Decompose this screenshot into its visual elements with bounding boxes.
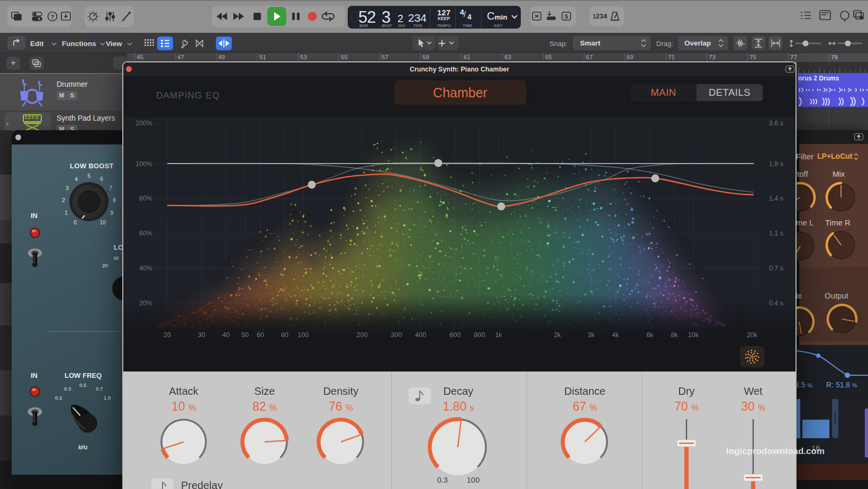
svg-text:80: 80 [281, 331, 288, 339]
svg-text:7: 7 [109, 185, 112, 191]
svg-text:9: 9 [110, 210, 113, 216]
svg-text:100%: 100% [135, 160, 152, 168]
svg-text:40: 40 [222, 331, 230, 339]
svg-text:60: 60 [257, 331, 264, 339]
svg-text:4: 4 [75, 176, 78, 182]
svg-text:3: 3 [66, 185, 69, 191]
svg-text:600: 600 [450, 331, 461, 339]
svg-text:3k: 3k [587, 331, 595, 339]
svg-text:2k: 2k [554, 331, 561, 339]
svg-text:60%: 60% [139, 230, 152, 237]
svg-text:3.6 s: 3.6 s [769, 120, 783, 127]
svg-text:30: 30 [198, 331, 205, 339]
svg-text:6: 6 [100, 176, 103, 182]
svg-text:20%: 20% [139, 300, 152, 307]
svg-text:20k: 20k [747, 331, 758, 339]
svg-text:6k: 6k [646, 331, 654, 339]
svg-text:100: 100 [298, 331, 309, 339]
svg-text:2: 2 [62, 197, 65, 203]
svg-text:8k: 8k [671, 331, 678, 339]
svg-text:S: S [564, 13, 568, 20]
svg-text:200: 200 [357, 331, 368, 339]
svg-text:40%: 40% [139, 265, 152, 272]
svg-text:5: 5 [87, 173, 91, 179]
svg-text:1.1 s: 1.1 s [769, 230, 783, 237]
svg-text:80%: 80% [139, 195, 152, 202]
svg-text:1.8 s: 1.8 s [769, 160, 783, 168]
svg-text:4k: 4k [612, 331, 619, 339]
svg-text:0: 0 [74, 220, 77, 225]
svg-text:1.4 s: 1.4 s [769, 195, 783, 202]
svg-text:8: 8 [113, 197, 116, 203]
svg-text:400: 400 [415, 331, 427, 339]
svg-text:?: ? [51, 14, 55, 20]
svg-text:800: 800 [474, 331, 485, 339]
svg-text:1k: 1k [495, 331, 502, 339]
svg-text:0.4 s: 0.4 s [769, 300, 783, 307]
svg-text:1: 1 [65, 210, 68, 216]
svg-text:50: 50 [241, 331, 249, 339]
svg-text:20: 20 [164, 331, 171, 339]
svg-text:200%: 200% [135, 120, 152, 127]
svg-text:0.7 s: 0.7 s [769, 265, 783, 272]
svg-text:10k: 10k [688, 331, 699, 339]
svg-text:300: 300 [391, 331, 402, 339]
svg-text:10: 10 [100, 220, 106, 225]
